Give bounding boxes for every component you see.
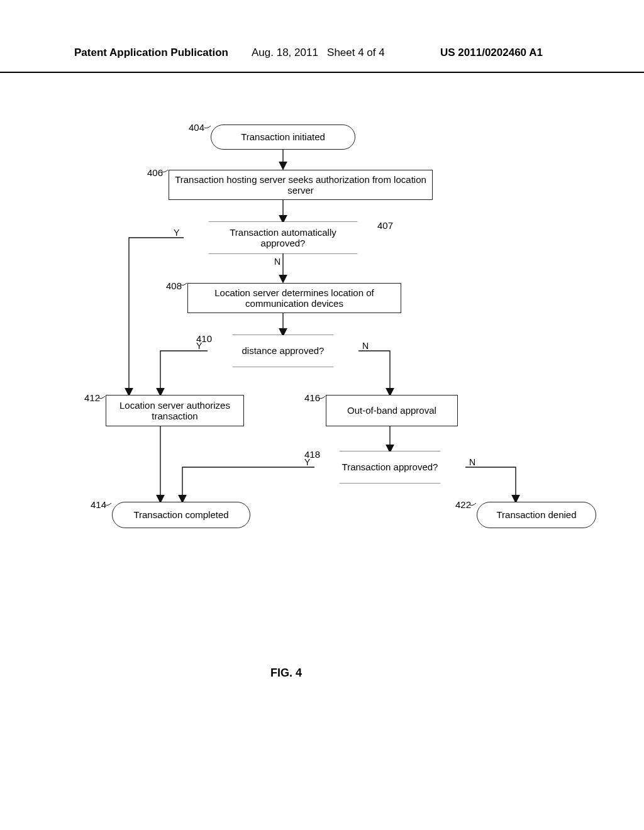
node-seek-authorization: Transaction hosting server seeks authori… (169, 170, 433, 200)
figure-caption: FIG. 4 (270, 667, 302, 680)
label-410-n: N (362, 341, 369, 351)
label-410-y: Y (196, 341, 202, 351)
ref-412: 412 (84, 392, 100, 403)
ref-414: 414 (91, 499, 106, 510)
node-transaction-initiated: Transaction initiated (211, 124, 355, 150)
ref-408: 408 (166, 280, 182, 291)
header-publication: Patent Application Publication (74, 47, 228, 59)
ref-407: 407 (377, 220, 393, 231)
node-transaction-approved: Transaction approved? (314, 451, 465, 483)
header-date-sheet: Aug. 18, 2011 Sheet 4 of 4 (252, 47, 385, 59)
node-auto-approved: Transaction automatically approved? (184, 222, 382, 253)
label-418-n: N (469, 457, 475, 467)
ref-422: 422 (455, 499, 471, 510)
ref-416: 416 (304, 392, 320, 403)
ref-404: 404 (189, 122, 204, 133)
ref-406: 406 (147, 167, 163, 178)
label-407-y: Y (174, 228, 179, 238)
flowchart: Transaction initiated 404 Transaction ho… (0, 107, 644, 597)
node-transaction-completed: Transaction completed (112, 502, 250, 528)
header-pubno: US 2011/0202460 A1 (440, 47, 543, 59)
label-407-n: N (274, 257, 280, 267)
node-transaction-denied: Transaction denied (477, 502, 596, 528)
label-418-y: Y (304, 457, 310, 467)
node-authorize-transaction: Location server authorizes transaction (106, 395, 244, 426)
node-out-of-band-approval: Out-of-band approval (326, 395, 458, 426)
node-determine-location: Location server determines location of c… (187, 283, 401, 313)
node-distance-approved: distance approved? (208, 335, 358, 367)
